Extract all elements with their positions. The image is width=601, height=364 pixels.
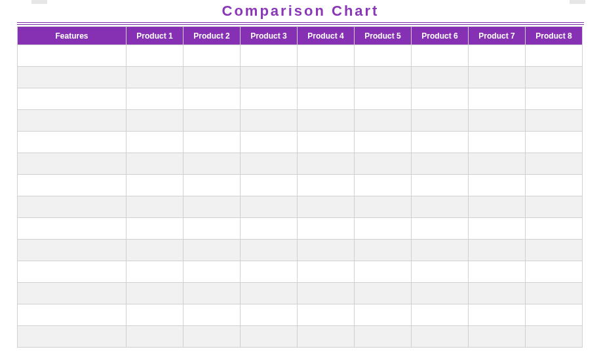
cell[interactable]: [298, 132, 355, 153]
cell[interactable]: [412, 67, 469, 88]
cell[interactable]: [355, 153, 412, 175]
cell[interactable]: [412, 110, 469, 132]
cell[interactable]: [18, 153, 126, 175]
cell[interactable]: [526, 110, 583, 132]
cell[interactable]: [241, 132, 298, 153]
cell[interactable]: [126, 196, 184, 218]
cell[interactable]: [241, 261, 298, 283]
cell[interactable]: [126, 153, 184, 175]
cell[interactable]: [412, 283, 469, 304]
cell[interactable]: [184, 132, 241, 153]
cell[interactable]: [469, 175, 526, 196]
cell[interactable]: [412, 88, 469, 110]
cell[interactable]: [126, 218, 184, 240]
cell[interactable]: [469, 240, 526, 261]
cell[interactable]: [469, 132, 526, 153]
cell[interactable]: [126, 88, 184, 110]
cell[interactable]: [241, 240, 298, 261]
cell[interactable]: [298, 240, 355, 261]
cell[interactable]: [469, 110, 526, 132]
cell[interactable]: [126, 283, 184, 304]
cell[interactable]: [355, 283, 412, 304]
cell[interactable]: [298, 45, 355, 67]
cell[interactable]: [469, 326, 526, 348]
cell[interactable]: [18, 283, 126, 304]
cell[interactable]: [18, 110, 126, 132]
cell[interactable]: [526, 175, 583, 196]
cell[interactable]: [355, 67, 412, 88]
cell[interactable]: [184, 110, 241, 132]
cell[interactable]: [298, 283, 355, 304]
cell[interactable]: [298, 110, 355, 132]
cell[interactable]: [18, 88, 126, 110]
cell[interactable]: [469, 218, 526, 240]
cell[interactable]: [184, 304, 241, 326]
cell[interactable]: [126, 110, 184, 132]
cell[interactable]: [412, 218, 469, 240]
cell[interactable]: [126, 304, 184, 326]
cell[interactable]: [18, 240, 126, 261]
cell[interactable]: [298, 67, 355, 88]
cell[interactable]: [184, 67, 241, 88]
cell[interactable]: [469, 196, 526, 218]
cell[interactable]: [469, 283, 526, 304]
cell[interactable]: [412, 304, 469, 326]
cell[interactable]: [184, 326, 241, 348]
cell[interactable]: [18, 67, 126, 88]
cell[interactable]: [241, 88, 298, 110]
cell[interactable]: [412, 261, 469, 283]
cell[interactable]: [526, 240, 583, 261]
cell[interactable]: [526, 218, 583, 240]
cell[interactable]: [241, 304, 298, 326]
cell[interactable]: [184, 240, 241, 261]
cell[interactable]: [526, 45, 583, 67]
cell[interactable]: [526, 132, 583, 153]
cell[interactable]: [412, 326, 469, 348]
cell[interactable]: [18, 175, 126, 196]
cell[interactable]: [298, 175, 355, 196]
cell[interactable]: [298, 261, 355, 283]
cell[interactable]: [241, 153, 298, 175]
cell[interactable]: [526, 283, 583, 304]
cell[interactable]: [184, 196, 241, 218]
cell[interactable]: [241, 110, 298, 132]
cell[interactable]: [469, 45, 526, 67]
cell[interactable]: [184, 88, 241, 110]
cell[interactable]: [526, 261, 583, 283]
cell[interactable]: [126, 45, 184, 67]
cell[interactable]: [412, 240, 469, 261]
cell[interactable]: [241, 175, 298, 196]
cell[interactable]: [126, 326, 184, 348]
cell[interactable]: [126, 240, 184, 261]
cell[interactable]: [241, 67, 298, 88]
cell[interactable]: [126, 175, 184, 196]
cell[interactable]: [526, 88, 583, 110]
cell[interactable]: [412, 196, 469, 218]
cell[interactable]: [412, 175, 469, 196]
cell[interactable]: [355, 88, 412, 110]
cell[interactable]: [469, 261, 526, 283]
cell[interactable]: [355, 132, 412, 153]
cell[interactable]: [355, 240, 412, 261]
cell[interactable]: [241, 196, 298, 218]
cell[interactable]: [184, 175, 241, 196]
cell[interactable]: [355, 175, 412, 196]
cell[interactable]: [126, 132, 184, 153]
cell[interactable]: [526, 326, 583, 348]
cell[interactable]: [184, 283, 241, 304]
cell[interactable]: [126, 67, 184, 88]
cell[interactable]: [469, 67, 526, 88]
cell[interactable]: [18, 261, 126, 283]
cell[interactable]: [526, 67, 583, 88]
cell[interactable]: [412, 45, 469, 67]
cell[interactable]: [412, 153, 469, 175]
cell[interactable]: [355, 196, 412, 218]
cell[interactable]: [184, 45, 241, 67]
cell[interactable]: [18, 326, 126, 348]
cell[interactable]: [412, 132, 469, 153]
cell[interactable]: [526, 304, 583, 326]
cell[interactable]: [355, 304, 412, 326]
cell[interactable]: [526, 153, 583, 175]
cell[interactable]: [18, 304, 126, 326]
cell[interactable]: [355, 326, 412, 348]
